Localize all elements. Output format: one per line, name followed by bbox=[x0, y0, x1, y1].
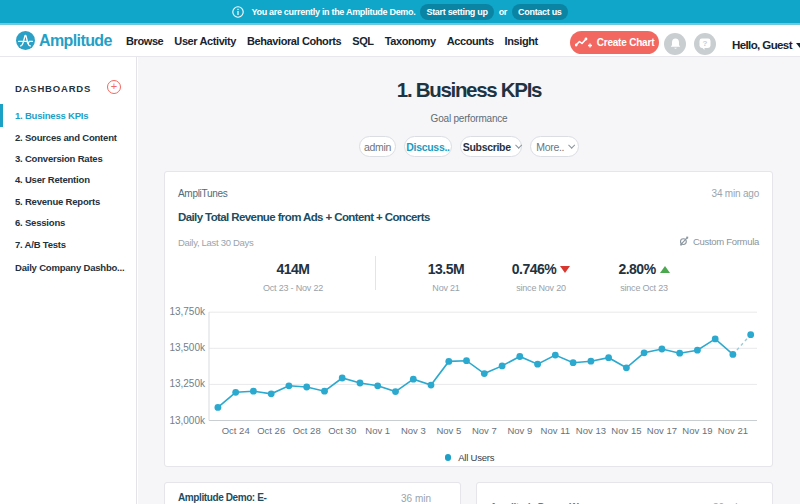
svg-text:Nov 15: Nov 15 bbox=[611, 425, 641, 436]
svg-text:Nov 3: Nov 3 bbox=[401, 425, 426, 436]
svg-text:Nov 19: Nov 19 bbox=[682, 425, 712, 436]
svg-text:Oct 24: Oct 24 bbox=[222, 425, 250, 436]
svg-text:13,250k: 13,250k bbox=[169, 378, 206, 389]
svg-text:Nov 21: Nov 21 bbox=[718, 425, 748, 436]
svg-text:Nov 7: Nov 7 bbox=[472, 425, 497, 436]
svg-text:Nov 9: Nov 9 bbox=[507, 425, 532, 436]
svg-text:13,750k: 13,750k bbox=[169, 306, 206, 317]
svg-text:Nov 17: Nov 17 bbox=[647, 425, 677, 436]
svg-text:Oct 28: Oct 28 bbox=[293, 425, 321, 436]
svg-text:Oct 26: Oct 26 bbox=[257, 425, 285, 436]
svg-text:Nov 5: Nov 5 bbox=[436, 425, 461, 436]
svg-text:Nov 13: Nov 13 bbox=[576, 425, 606, 436]
svg-text:Nov 11: Nov 11 bbox=[541, 425, 570, 436]
svg-text:13,500k: 13,500k bbox=[169, 342, 206, 353]
svg-text:Nov 1: Nov 1 bbox=[365, 425, 390, 436]
svg-text:?: ? bbox=[703, 39, 708, 48]
svg-text:Oct 30: Oct 30 bbox=[328, 425, 356, 436]
svg-text:13,000k: 13,000k bbox=[169, 415, 206, 426]
